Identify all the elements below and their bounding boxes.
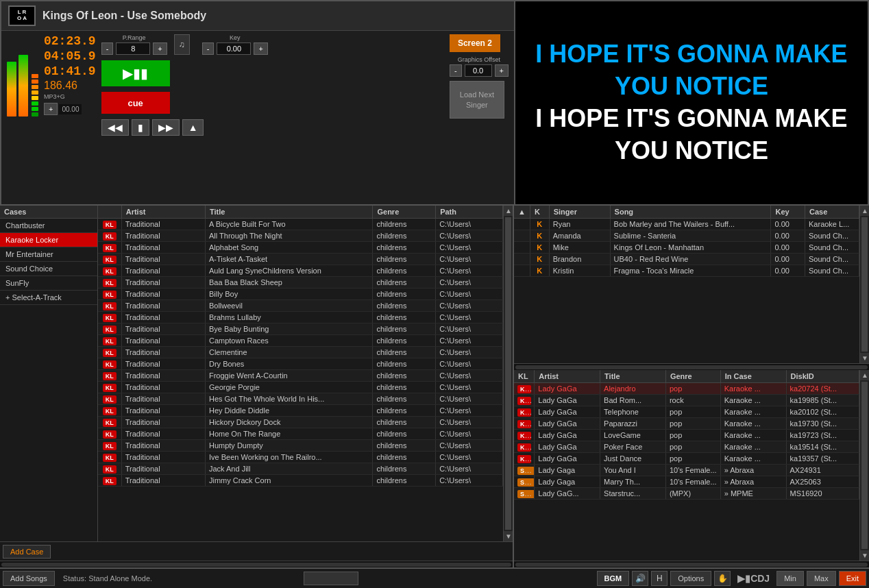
col-header-q-case: Case — [805, 206, 859, 219]
queue-scroll-thumb[interactable] — [861, 217, 868, 352]
col-header-s-genre: Genre — [665, 370, 720, 383]
fast-forward-btn[interactable]: ▶▶ — [152, 119, 180, 136]
library-row[interactable]: KL Traditional All Through The Night chi… — [98, 230, 503, 242]
library-row[interactable]: KL Traditional Ive Been Working on The R… — [98, 452, 503, 463]
key-plus-btn[interactable]: + — [254, 42, 267, 55]
minimize-btn[interactable]: Min — [776, 571, 804, 586]
sidebar-item-karaoke-locker[interactable]: Karaoke Locker — [0, 233, 97, 247]
library-row[interactable]: KL Traditional Alphabet Song childrens C… — [98, 242, 503, 254]
badge: KL — [517, 408, 531, 417]
sidebar-item-sound-choice[interactable]: Sound Choice — [0, 262, 97, 276]
maximize-btn[interactable]: Max — [807, 571, 836, 586]
exit-btn[interactable]: Exit — [839, 571, 866, 586]
cue-btn[interactable]: cue — [101, 92, 170, 114]
sidebar-item-mr-entertainer[interactable]: Mr Entertainer — [0, 247, 97, 262]
kl-badge: KL — [103, 372, 117, 380]
library-row[interactable]: KL Traditional Georgie Porgie childrens … — [98, 382, 503, 393]
kl-badge: KL — [103, 302, 117, 310]
queue-row[interactable]: K Ryan Bob Marley and The Wailers - Buff… — [514, 219, 859, 230]
library-row[interactable]: KL Traditional Jack And Jill childrens C… — [98, 463, 503, 475]
library-row[interactable]: KL Traditional Clementine childrens C:\U… — [98, 347, 503, 358]
scroll-down-arrow[interactable]: ▼ — [504, 531, 513, 541]
library-row[interactable]: KL Traditional Hes Got The Whole World I… — [98, 393, 503, 405]
library-row[interactable]: KL Traditional Jimmy Crack Corn children… — [98, 475, 503, 487]
library-row[interactable]: KL Traditional Billy Boy childrens C:\Us… — [98, 289, 503, 300]
search-row[interactable]: SAT Lady Gaga Marry Th... 10's Female...… — [514, 476, 859, 488]
offset-btn[interactable]: + — [44, 103, 58, 115]
prange-plus-btn[interactable]: + — [153, 42, 167, 55]
rewind-btn[interactable]: ◀◀ — [101, 119, 129, 136]
options-btn[interactable]: Options — [670, 571, 711, 586]
graphics-minus-btn[interactable]: - — [450, 64, 462, 77]
search-row[interactable]: KL Lady GaGa Telephone pop Karaoke ... k… — [514, 406, 859, 418]
screen2-btn[interactable]: Screen 2 — [450, 34, 500, 52]
library-row[interactable]: KL Traditional Baa Baa Black Sheep child… — [98, 277, 503, 289]
search-scrollbar[interactable]: ▲ ▼ — [859, 370, 869, 561]
kl-badge: KL — [103, 442, 117, 450]
sidebar-item-select-a-track[interactable]: + Select-A-Track — [0, 291, 97, 305]
kl-badge: KL — [103, 314, 117, 322]
bgm-btn[interactable]: BGM — [597, 571, 630, 586]
col-header-q-singer: Singer — [549, 206, 610, 219]
library-row[interactable]: KL Traditional Humpty Dumpty childrens C… — [98, 440, 503, 452]
search-row[interactable]: KL Lady GaGa Poker Face pop Karaoke ... … — [514, 441, 859, 453]
key-minus-btn[interactable]: - — [202, 42, 215, 55]
stop-btn[interactable]: ▮ — [132, 119, 149, 136]
search-row[interactable]: KL Lady GaGa Bad Rom... rock Karaoke ...… — [514, 395, 859, 406]
library-scrollbar[interactable]: ▲ ▼ — [503, 206, 513, 541]
queue-row[interactable]: K Kristin Fragma - Toca's Miracle 0.00 S… — [514, 265, 859, 277]
add-case-btn[interactable]: Add Case — [3, 545, 51, 559]
sidebar-item-chartbuster[interactable]: Chartbuster — [0, 219, 97, 233]
search-scroll-thumb[interactable] — [861, 382, 868, 549]
library-row[interactable]: KL Traditional Home On The Range childre… — [98, 428, 503, 440]
search-scroll-up[interactable]: ▲ — [860, 370, 869, 380]
kl-badge: KL — [103, 244, 117, 252]
hand-icon-btn[interactable]: ✋ — [714, 571, 731, 586]
graphics-label: Graphics Offset — [458, 56, 500, 63]
graphics-plus-btn[interactable]: + — [495, 64, 509, 77]
queue-scroll-down[interactable]: ▼ — [860, 353, 869, 363]
search-input[interactable] — [304, 572, 358, 585]
library-row[interactable]: KL Traditional Froggie Went A-Courtin ch… — [98, 370, 503, 382]
queue-scroll-up[interactable]: ▲ — [860, 206, 869, 216]
queue-row[interactable]: K Amanda Sublime - Santeria 0.00 Sound C… — [514, 230, 859, 242]
sidebar-item-sunfly[interactable]: SunFly — [0, 276, 97, 291]
prange-minus-btn[interactable]: - — [101, 42, 114, 55]
library-row[interactable]: KL Traditional Hickory Dickory Dock chil… — [98, 417, 503, 428]
badge: KL — [517, 455, 531, 463]
search-h-scrollbar[interactable] — [514, 561, 869, 567]
queue-row[interactable]: K Mike Kings Of Leon - Manhattan 0.00 So… — [514, 242, 859, 254]
library-row[interactable]: KL Traditional Camptown Races childrens … — [98, 335, 503, 347]
headphone-btn[interactable]: H — [651, 571, 668, 586]
speaker-icon-btn[interactable]: 🔊 — [632, 571, 648, 586]
search-row[interactable]: SAT Lady Gaga You And I 10's Female... »… — [514, 465, 859, 476]
scroll-up-arrow[interactable]: ▲ — [504, 206, 513, 216]
library-row[interactable]: KL Traditional A Bicycle Built For Two c… — [98, 219, 503, 230]
library-h-scrollbar[interactable] — [0, 561, 513, 567]
library-row[interactable]: KL Traditional Dry Bones childrens C:\Us… — [98, 358, 503, 370]
search-row[interactable]: KL Lady GaGa Alejandro pop Karaoke ... k… — [514, 383, 859, 395]
library-row[interactable]: KL Traditional A-Tisket A-Tasket childre… — [98, 254, 503, 265]
queue-scrollbar[interactable]: ▲ ▼ — [859, 206, 869, 363]
play-pause-btn[interactable]: ▶▮▮ — [101, 60, 170, 86]
library-row[interactable]: KL Traditional Bye Baby Bunting children… — [98, 323, 503, 335]
search-row[interactable]: KL Lady GaGa Paparazzi pop Karaoke ... k… — [514, 418, 859, 430]
col-header-path: Path — [436, 206, 503, 219]
search-row[interactable]: KL Lady GaGa LoveGame pop Karaoke ... ka… — [514, 430, 859, 441]
note-btn[interactable]: ♫ — [174, 34, 190, 55]
library-row[interactable]: KL Traditional Hey Diddle Diddle childre… — [98, 405, 503, 417]
scroll-thumb[interactable] — [505, 217, 511, 530]
graphics-val: 0.0 — [465, 64, 492, 77]
queue-h-scrollbar[interactable] — [514, 363, 869, 370]
library-row[interactable]: KL Traditional Auld Lang SyneChildrens V… — [98, 265, 503, 277]
load-next-singer-btn[interactable]: Load Next Singer — [450, 81, 504, 119]
add-songs-btn[interactable]: Add Songs — [3, 571, 55, 586]
library-row[interactable]: KL Traditional Bollweevil childrens C:\U… — [98, 300, 503, 312]
eject-btn[interactable]: ▲ — [182, 119, 204, 136]
queue-row[interactable]: K Brandon UB40 - Red Red Wine 0.00 Sound… — [514, 254, 859, 265]
search-row[interactable]: SAT Lady GaG... Starstruc... (MPX) » MPM… — [514, 488, 859, 500]
search-scroll-down[interactable]: ▼ — [860, 550, 869, 561]
kl-badge: KL — [103, 430, 117, 439]
library-row[interactable]: KL Traditional Brahms Lullaby childrens … — [98, 312, 503, 323]
search-row[interactable]: KL Lady GaGa Just Dance pop Karaoke ... … — [514, 453, 859, 465]
